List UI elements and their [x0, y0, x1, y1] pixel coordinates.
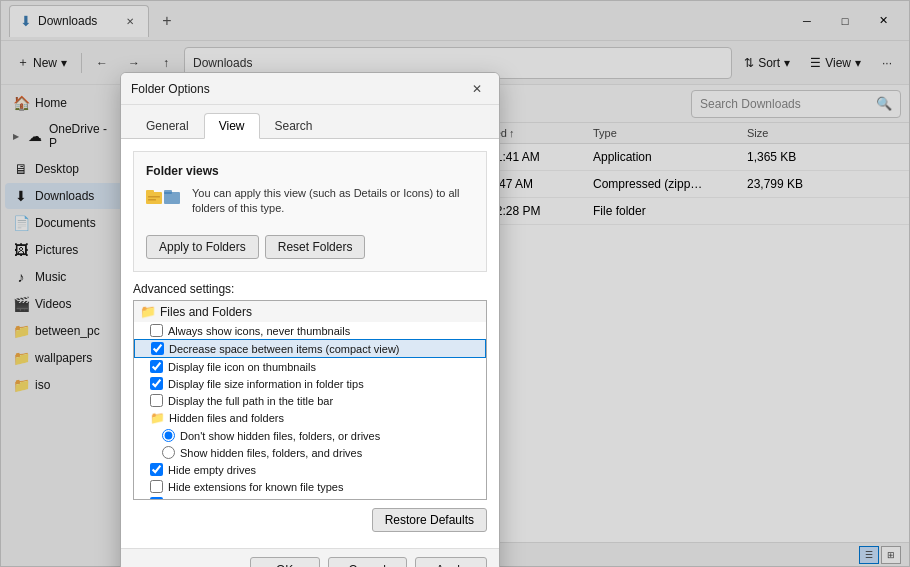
- setting-hide-extensions[interactable]: Hide extensions for known file types: [134, 478, 486, 495]
- svg-rect-3: [164, 190, 172, 194]
- hidden-files-label: Hidden files and folders: [169, 412, 284, 424]
- dialog-footer: OK Cancel Apply: [121, 548, 499, 567]
- folder-views-row: You can apply this view (such as Details…: [146, 186, 474, 225]
- files-folders-label: Files and Folders: [160, 305, 252, 319]
- setting-show-hidden-radio[interactable]: [162, 446, 175, 459]
- ok-button[interactable]: OK: [250, 557, 320, 567]
- dialog-title: Folder Options: [131, 82, 465, 96]
- setting-always-show-icons-checkbox[interactable]: [150, 324, 163, 337]
- tab-search[interactable]: Search: [260, 113, 328, 139]
- setting-dont-show-hidden-radio[interactable]: [162, 429, 175, 442]
- folder-views-description: You can apply this view (such as Details…: [192, 186, 474, 217]
- folder-views-icon: [146, 186, 182, 225]
- setting-display-full-path-label: Display the full path in the title bar: [168, 395, 333, 407]
- restore-defaults-button[interactable]: Restore Defaults: [372, 508, 487, 532]
- setting-show-hidden[interactable]: Show hidden files, folders, and drives: [134, 444, 486, 461]
- files-folders-group-header: 📁 Files and Folders: [134, 301, 486, 322]
- dialog-title-bar: Folder Options ✕: [121, 73, 499, 105]
- setting-display-full-path-checkbox[interactable]: [150, 394, 163, 407]
- hidden-files-subgroup-header: 📁 Hidden files and folders: [134, 409, 486, 427]
- setting-display-file-icon-label: Display file icon on thumbnails: [168, 361, 316, 373]
- setting-display-file-icon[interactable]: Display file icon on thumbnails: [134, 358, 486, 375]
- folder-views-title: Folder views: [146, 164, 474, 178]
- files-folders-icon: 📁: [140, 304, 156, 319]
- svg-rect-1: [146, 190, 154, 194]
- setting-decrease-space-label: Decrease space between items (compact vi…: [169, 343, 399, 355]
- setting-display-file-size-label: Display file size information in folder …: [168, 378, 364, 390]
- hidden-files-icon: 📁: [150, 411, 165, 425]
- modal-overlay: Folder Options ✕ General View Search Fol…: [0, 0, 910, 567]
- setting-hide-empty-drives-checkbox[interactable]: [150, 463, 163, 476]
- tab-general[interactable]: General: [131, 113, 204, 139]
- dialog-close-button[interactable]: ✕: [465, 77, 489, 101]
- setting-always-show-icons-label: Always show icons, never thumbnails: [168, 325, 350, 337]
- setting-always-show-icons[interactable]: Always show icons, never thumbnails: [134, 322, 486, 339]
- svg-rect-4: [148, 196, 160, 198]
- setting-hide-extensions-checkbox[interactable]: [150, 480, 163, 493]
- setting-display-file-size[interactable]: Display file size information in folder …: [134, 375, 486, 392]
- setting-dont-show-hidden-label: Don't show hidden files, folders, or dri…: [180, 430, 380, 442]
- apply-button[interactable]: Apply: [415, 557, 487, 567]
- folder-options-dialog: Folder Options ✕ General View Search Fol…: [120, 72, 500, 567]
- apply-to-folders-button[interactable]: Apply to Folders: [146, 235, 259, 259]
- settings-list[interactable]: 📁 Files and Folders Always show icons, n…: [133, 300, 487, 500]
- setting-hide-empty-drives-label: Hide empty drives: [168, 464, 256, 476]
- cancel-button[interactable]: Cancel: [328, 557, 407, 567]
- setting-decrease-space[interactable]: Decrease space between items (compact vi…: [134, 339, 486, 358]
- folder-views-section: Folder views You can apply this view (su…: [133, 151, 487, 272]
- setting-hide-empty-drives[interactable]: Hide empty drives: [134, 461, 486, 478]
- setting-display-file-size-checkbox[interactable]: [150, 377, 163, 390]
- dialog-tabs: General View Search: [121, 105, 499, 139]
- tab-view[interactable]: View: [204, 113, 260, 139]
- setting-hide-extensions-label: Hide extensions for known file types: [168, 481, 343, 493]
- setting-dont-show-hidden[interactable]: Don't show hidden files, folders, or dri…: [134, 427, 486, 444]
- advanced-settings-label: Advanced settings:: [133, 282, 487, 296]
- svg-rect-5: [148, 199, 156, 201]
- dialog-content: Folder views You can apply this view (su…: [121, 139, 499, 548]
- reset-folders-button[interactable]: Reset Folders: [265, 235, 366, 259]
- restore-btn-row: Restore Defaults: [133, 500, 487, 536]
- setting-show-hidden-label: Show hidden files, folders, and drives: [180, 447, 362, 459]
- setting-decrease-space-checkbox[interactable]: [151, 342, 164, 355]
- setting-display-file-icon-checkbox[interactable]: [150, 360, 163, 373]
- folder-views-buttons: Apply to Folders Reset Folders: [146, 235, 474, 259]
- setting-display-full-path[interactable]: Display the full path in the title bar: [134, 392, 486, 409]
